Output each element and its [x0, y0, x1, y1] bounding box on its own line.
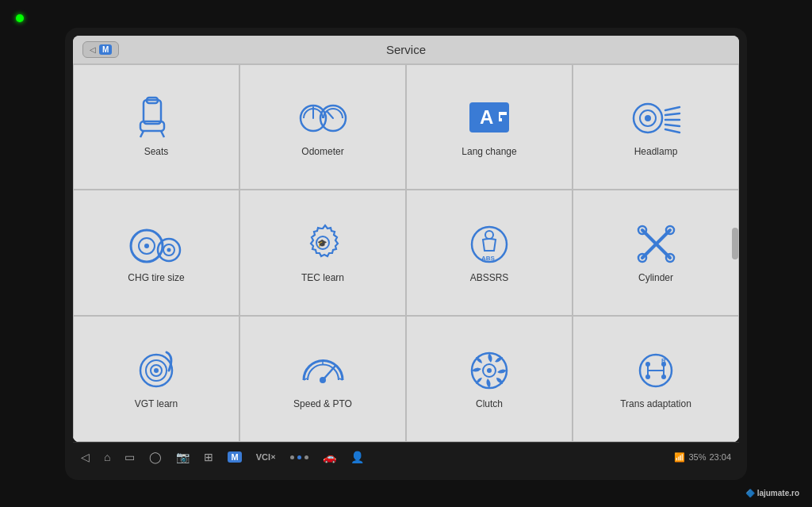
window-nav-icon[interactable]: ▭	[124, 451, 135, 463]
cell-clutch[interactable]: Clutch	[406, 316, 573, 442]
svg-line-15	[665, 113, 680, 115]
vci-nav-icon[interactable]: VCI✕	[256, 452, 276, 462]
speedpto-icon	[297, 348, 349, 392]
cell-cylinder[interactable]: Cylinder	[573, 190, 739, 316]
cell-tec-learn[interactable]: 🎓 TEC learn	[239, 190, 406, 316]
svg-point-24	[167, 248, 171, 252]
cell-headlamp[interactable]: Headlamp	[573, 64, 739, 190]
speed-pto-label: Speed & PTO	[293, 398, 352, 409]
svg-line-2	[140, 131, 144, 137]
transadaptation-icon: R	[630, 348, 682, 392]
car-nav-icon[interactable]: 🚗	[323, 451, 336, 463]
svg-point-54	[645, 374, 650, 379]
cell-speed-pto[interactable]: Speed & PTO	[239, 316, 406, 442]
svg-point-52	[645, 362, 650, 367]
back-nav-icon[interactable]: ◁	[81, 451, 90, 463]
vgtlearn-icon	[131, 348, 182, 392]
headlamp-icon	[630, 96, 682, 140]
person-nav-icon[interactable]: 👤	[350, 451, 364, 463]
svg-point-13	[645, 115, 651, 121]
wifi-icon: 📶	[674, 452, 685, 463]
svg-line-18	[665, 129, 680, 133]
vgt-learn-label: VGT learn	[135, 398, 178, 409]
home-nav-icon[interactable]: ⌂	[104, 451, 110, 463]
abssrs-icon: ABS	[464, 222, 515, 266]
power-indicator	[16, 14, 24, 22]
tec-learn-label: TEC learn	[301, 272, 344, 283]
seats-icon	[132, 96, 180, 140]
dot-2	[297, 455, 301, 459]
svg-line-8	[327, 112, 333, 118]
cylinder-icon	[630, 222, 682, 266]
m-nav-icon[interactable]: M	[228, 451, 241, 463]
time-display: 23:04	[709, 452, 731, 462]
svg-text:🎓: 🎓	[317, 238, 327, 248]
chg-tire-size-label: CHG tire size	[128, 272, 184, 283]
status-bar: 📶 35% 23:04	[674, 452, 731, 463]
abssrs-label: ABSSRS	[470, 272, 509, 283]
svg-point-47	[487, 368, 492, 373]
svg-text:R: R	[661, 357, 666, 364]
grid-nav-icon[interactable]: ⊞	[204, 451, 213, 463]
svg-text:ABS: ABS	[481, 255, 496, 262]
trans-adaptation-label: Trans adaptation	[620, 398, 691, 409]
headlamp-label: Headlamp	[634, 146, 678, 157]
dot-3	[304, 455, 308, 459]
cell-chg-tire-size[interactable]: CHG tire size	[73, 190, 239, 316]
pagination-dots	[290, 455, 308, 459]
dot-1	[290, 455, 294, 459]
home-button[interactable]: ◁ M	[82, 41, 119, 58]
camera-nav-icon[interactable]: 📷	[176, 451, 190, 463]
watermark: 🔷 lajumate.ro	[745, 489, 799, 497]
title-bar: ◁ M Service	[73, 36, 739, 64]
svg-line-17	[665, 125, 680, 126]
cell-lang-change[interactable]: A Lang change	[406, 64, 573, 190]
tiresize-icon	[129, 222, 183, 266]
odometer-icon	[297, 96, 349, 140]
m-badge: M	[99, 44, 112, 55]
svg-line-3	[161, 131, 164, 137]
cell-seats[interactable]: Seats	[73, 64, 239, 190]
lang-change-label: Lang change	[462, 146, 516, 157]
svg-line-14	[665, 107, 680, 110]
odometer-label: Odometer	[301, 146, 343, 157]
cell-vgt-learn[interactable]: VGT learn	[73, 316, 239, 442]
circle-nav-icon[interactable]: ◯	[149, 451, 162, 463]
device-frame: ◁ M Service	[65, 28, 747, 480]
cylinder-label: Cylinder	[638, 272, 673, 283]
seats-label: Seats	[144, 146, 169, 157]
scrollbar-indicator[interactable]	[732, 228, 738, 259]
svg-text:A: A	[480, 106, 493, 128]
cell-trans-adaptation[interactable]: R Trans adaptation	[573, 316, 739, 442]
battery-level: 35%	[688, 452, 706, 462]
svg-point-28	[485, 231, 493, 239]
page-title: Service	[386, 43, 426, 56]
svg-point-21	[144, 244, 149, 248]
screen: ◁ M Service	[73, 36, 739, 442]
cell-odometer[interactable]: Odometer	[239, 64, 406, 190]
lang-change-icon: A	[465, 96, 513, 140]
service-grid: Seats	[73, 64, 739, 442]
svg-point-55	[661, 374, 666, 379]
cell-abssrs[interactable]: ABS ABSSRS	[406, 190, 573, 316]
clutch-icon	[464, 348, 515, 392]
svg-point-39	[154, 368, 159, 373]
teclearn-icon: 🎓	[299, 222, 347, 266]
back-chevron-icon: ◁	[90, 45, 96, 54]
bottom-nav-bar: ◁ ⌂ ▭ ◯ 📷 ⊞ M VCI✕ 🚗 👤 📶 35% 23:04	[73, 442, 739, 472]
clutch-label: Clutch	[476, 398, 503, 409]
svg-point-41	[320, 377, 326, 383]
